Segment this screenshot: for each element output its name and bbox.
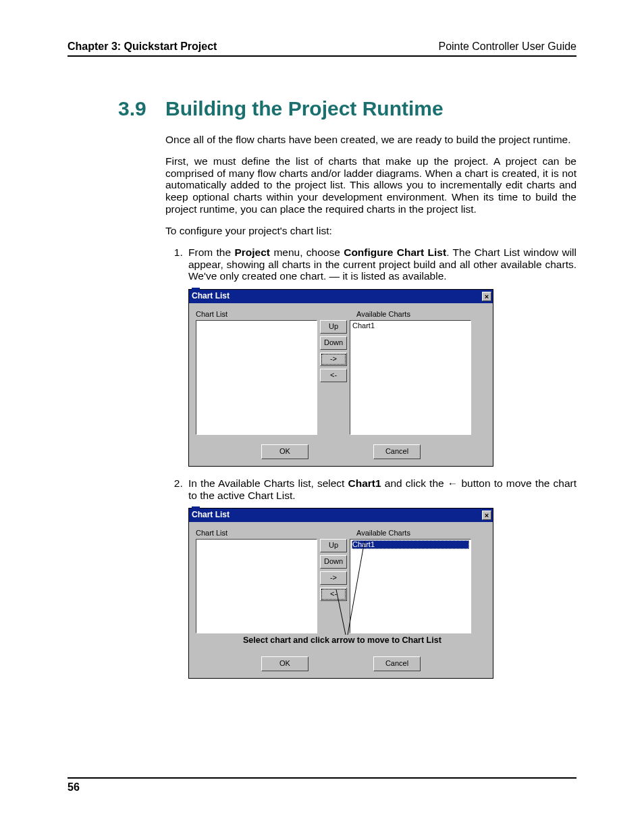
chart-list-label: Chart List xyxy=(196,310,324,319)
page-footer: 56 xyxy=(68,777,576,793)
page-header: Chapter 3: Quickstart Project Pointe Con… xyxy=(68,41,576,57)
page-number: 56 xyxy=(68,781,80,793)
svg-line-0 xyxy=(336,590,346,635)
left-arrow-icon: ← xyxy=(448,477,458,489)
step-1: From the Project menu, choose Configure … xyxy=(186,246,576,467)
chart-list-dialog-2: Chart List × Chart List Available Charts xyxy=(188,508,576,679)
ok-button[interactable]: OK xyxy=(261,656,308,671)
paragraph: First, we must define the list of charts… xyxy=(165,155,576,215)
dialog-title: Chart List xyxy=(192,511,230,520)
up-button[interactable]: Up xyxy=(320,320,347,334)
step-2: In the Available Charts list, select Cha… xyxy=(186,477,576,679)
ok-button[interactable]: OK xyxy=(261,444,308,459)
available-charts-box[interactable]: Chart1 xyxy=(350,320,471,435)
paragraph: Once all of the flow charts have been cr… xyxy=(165,134,576,146)
dialog-title: Chart List xyxy=(192,292,230,301)
section-heading: 3.9 Building the Project Runtime xyxy=(68,97,576,120)
move-left-button[interactable]: <- xyxy=(320,369,347,382)
close-icon[interactable]: × xyxy=(482,292,491,301)
close-icon[interactable]: × xyxy=(482,511,491,520)
cancel-button[interactable]: Cancel xyxy=(373,444,421,459)
chart-list-dialog-1: Chart List × Chart List Available Charts xyxy=(188,289,576,467)
section-number: 3.9 xyxy=(118,97,165,120)
header-guide: Pointe Controller User Guide xyxy=(438,41,576,53)
available-charts-label: Available Charts xyxy=(356,310,410,319)
section-title: Building the Project Runtime xyxy=(165,97,444,120)
dialog-titlebar: Chart List × xyxy=(189,509,493,522)
cancel-button[interactable]: Cancel xyxy=(373,656,421,671)
list-item[interactable]: Chart1 xyxy=(352,321,469,330)
dialog-titlebar: Chart List × xyxy=(189,290,493,303)
header-chapter: Chapter 3: Quickstart Project xyxy=(68,41,217,53)
svg-line-1 xyxy=(348,541,365,635)
down-button[interactable]: Down xyxy=(320,336,347,350)
annotation-lines xyxy=(189,522,493,657)
move-right-button[interactable]: -> xyxy=(320,353,347,366)
paragraph: To configure your project's chart list: xyxy=(165,225,576,237)
chart-list-box[interactable] xyxy=(196,320,317,435)
